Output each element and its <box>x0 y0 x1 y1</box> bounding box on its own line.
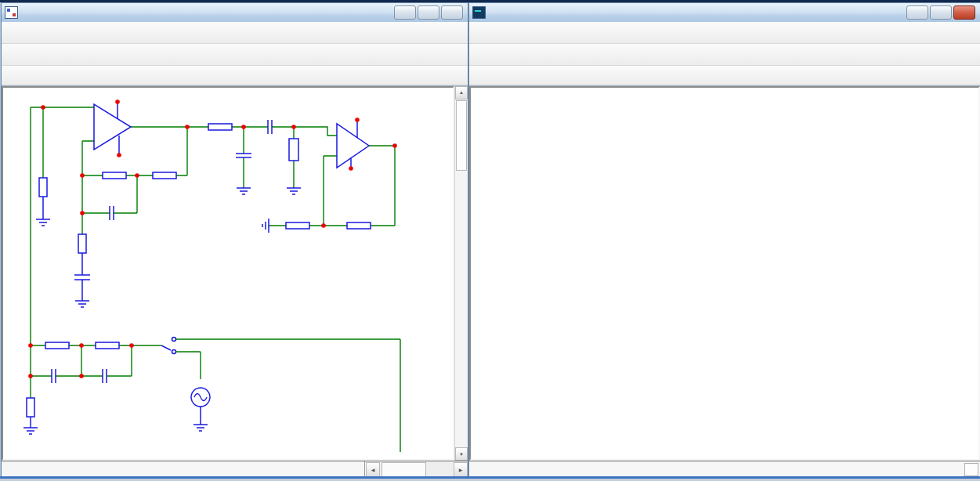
switch-blade <box>161 345 171 350</box>
switch-contact-down <box>172 349 176 353</box>
analysis-plots[interactable] <box>471 88 975 457</box>
scroll-left-button[interactable]: ◀ <box>366 462 380 477</box>
capacitor-c7-symbol <box>103 369 107 383</box>
resistor-r20-symbol <box>45 342 69 349</box>
scroll-thumb[interactable] <box>964 463 978 476</box>
schematic-main-toolbar <box>2 22 468 44</box>
schematic-drawing[interactable] <box>3 88 449 457</box>
capacitor-c8-symbol <box>52 369 56 383</box>
schematic-titlebar[interactable] <box>2 3 468 22</box>
ground-r11 <box>36 219 50 226</box>
close-button[interactable] <box>441 5 463 20</box>
switch-contact-up <box>172 337 176 341</box>
resistor-r23-symbol <box>78 234 86 253</box>
schematic-horizontal-scrollbar[interactable]: ◀ ▶ <box>366 461 468 478</box>
resistor-r21-symbol <box>103 172 126 179</box>
resistor-r25-symbol <box>289 139 298 161</box>
schematic-window-icon <box>5 6 18 19</box>
minimize-button[interactable] <box>906 5 928 20</box>
scroll-up-button[interactable]: ▲ <box>455 86 468 99</box>
capacitor-c14-symbol <box>110 206 114 220</box>
component-symbols[interactable] <box>24 103 371 434</box>
analysis-bottom-bar <box>469 461 980 478</box>
plot-canvas[interactable] <box>469 86 980 461</box>
schematic-status-toolbar <box>2 66 468 85</box>
scroll-thumb[interactable] <box>382 462 426 477</box>
analysis-window <box>468 2 980 479</box>
ground-r25 <box>287 188 301 194</box>
analysis-titlebar[interactable] <box>469 3 980 22</box>
resistor-r19-symbol <box>96 342 119 349</box>
analysis-cursor-toolbar <box>469 44 980 66</box>
scroll-right-button[interactable]: ▶ <box>454 462 468 477</box>
capacitor-c15-symbol <box>74 275 90 280</box>
resistor-r11-symbol <box>39 178 47 197</box>
schematic-vertical-scrollbar[interactable]: ▲ ▼ <box>454 86 468 461</box>
resistor-r6-symbol <box>286 222 309 229</box>
maximize-button[interactable] <box>930 5 952 20</box>
capacitor-c12-symbol <box>268 120 272 134</box>
mdi-desktop: ▲ ▼ ◀ ▶ <box>0 0 980 481</box>
close-button[interactable] <box>953 5 975 20</box>
opamp-x6-symbol <box>337 124 369 168</box>
ground-c15 <box>75 301 89 307</box>
ground-r18 <box>24 428 38 434</box>
minimize-button[interactable] <box>394 5 416 20</box>
ground-v1 <box>193 425 208 431</box>
analysis-window-icon <box>472 6 486 19</box>
schematic-window: ▲ ▼ ◀ ▶ <box>1 2 468 479</box>
ground-c6 <box>237 188 251 194</box>
schematic-canvas[interactable] <box>2 86 454 461</box>
schematic-display-toolbar <box>2 44 468 66</box>
ground-r6-rotated <box>262 219 269 233</box>
component-leads <box>31 197 201 428</box>
scroll-thumb[interactable] <box>456 100 467 171</box>
opamp-x5-symbol <box>94 104 131 150</box>
capacitor-c6-symbol <box>236 154 251 157</box>
analysis-main-toolbar <box>469 22 980 44</box>
scroll-down-button[interactable]: ▼ <box>455 447 468 461</box>
resistor-r22-symbol <box>153 172 176 179</box>
analysis-status-toolbar <box>469 66 980 85</box>
maximize-button[interactable] <box>418 5 439 20</box>
schematic-bottom-bar: ◀ ▶ <box>2 461 468 478</box>
resistor-r18-symbol <box>27 398 34 417</box>
resistor-r24-symbol <box>208 124 232 130</box>
resistor-r26-symbol <box>347 222 371 229</box>
